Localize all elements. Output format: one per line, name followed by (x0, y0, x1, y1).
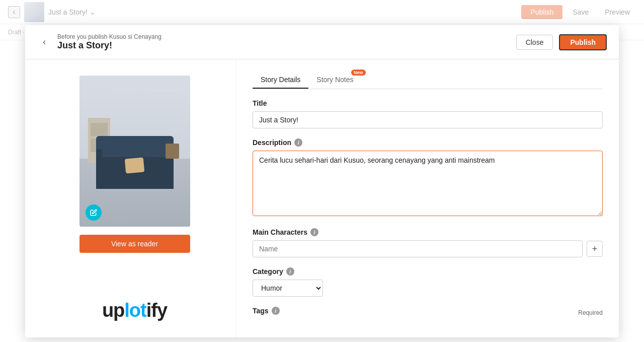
logo-lot: lot (124, 300, 146, 321)
category-row: Humor Romance Fantasy Horror Mystery Sci… (253, 280, 603, 297)
tags-group: Tags i Required (253, 307, 603, 319)
modal-left-panel: View as reader uplotify (25, 59, 236, 337)
description-label: Description i (253, 139, 603, 147)
logo-up: up (102, 300, 124, 321)
main-characters-label: Main Characters i (253, 228, 603, 236)
modal-right-panel: Story Details Story Notes New Title Desc… (236, 59, 619, 337)
logo-container: uplotify (102, 280, 167, 321)
tags-label: Tags i (253, 307, 280, 315)
tabs-container: Story Details Story Notes New (253, 72, 603, 89)
category-label: Category i (253, 267, 603, 276)
new-badge: New (351, 70, 366, 76)
cover-image-container (79, 76, 190, 227)
edit-cover-button[interactable] (86, 204, 102, 221)
main-characters-group: Main Characters i + (253, 228, 603, 257)
sofa-armrest-left (96, 149, 102, 189)
sofa-pillow (125, 158, 144, 174)
modal-title-block: Before you publish Kusuo si Cenayang Jus… (57, 33, 162, 51)
title-input[interactable] (253, 111, 603, 128)
modal-body: View as reader uplotify Story Details St… (25, 59, 619, 337)
title-label: Title (253, 99, 603, 107)
category-group: Category i Humor Romance Fantasy Horror … (253, 267, 603, 297)
tags-info-icon[interactable]: i (272, 307, 280, 315)
close-button[interactable]: Close (516, 35, 553, 50)
dresser-drawer-1 (91, 123, 108, 136)
modal-back-button[interactable]: ‹ (37, 35, 51, 49)
vase (166, 144, 179, 159)
modal-story-title: Just a Story! (57, 40, 162, 51)
modal-header: ‹ Before you publish Kusuo si Cenayang J… (25, 25, 619, 59)
view-as-reader-button[interactable]: View as reader (79, 235, 190, 253)
description-info-icon[interactable]: i (294, 139, 302, 147)
logo-ify: ify (146, 300, 167, 321)
tags-row: Tags i Required (253, 307, 603, 319)
category-info-icon[interactable]: i (286, 267, 294, 276)
main-characters-info-icon[interactable]: i (310, 228, 318, 236)
main-characters-row: + (253, 240, 603, 257)
publish-modal-button[interactable]: Publish (559, 34, 607, 50)
plant-vase (166, 144, 179, 159)
category-select[interactable]: Humor Romance Fantasy Horror Mystery Sci… (253, 280, 323, 297)
add-character-button[interactable]: + (587, 241, 603, 257)
modal-subtitle: Before you publish Kusuo si Cenayang (57, 33, 162, 40)
character-name-input[interactable] (253, 240, 583, 257)
room-illustration (79, 76, 190, 227)
title-field-group: Title (253, 99, 603, 128)
publish-modal: ‹ Before you publish Kusuo si Cenayang J… (25, 25, 619, 337)
tab-story-notes[interactable]: Story Notes New (308, 72, 361, 89)
modal-header-right: Close Publish (516, 34, 607, 50)
tab-story-details[interactable]: Story Details (253, 72, 308, 89)
description-textarea[interactable]: Cerita lucu sehari-hari dari Kusuo, seor… (253, 151, 603, 216)
sofa-back (96, 136, 174, 160)
logo: uplotify (102, 300, 167, 321)
modal-header-left: ‹ Before you publish Kusuo si Cenayang J… (37, 33, 162, 51)
sofa (96, 136, 174, 189)
tags-required-label: Required (578, 309, 603, 316)
description-field-group: Description i Cerita lucu sehari-hari da… (253, 139, 603, 218)
